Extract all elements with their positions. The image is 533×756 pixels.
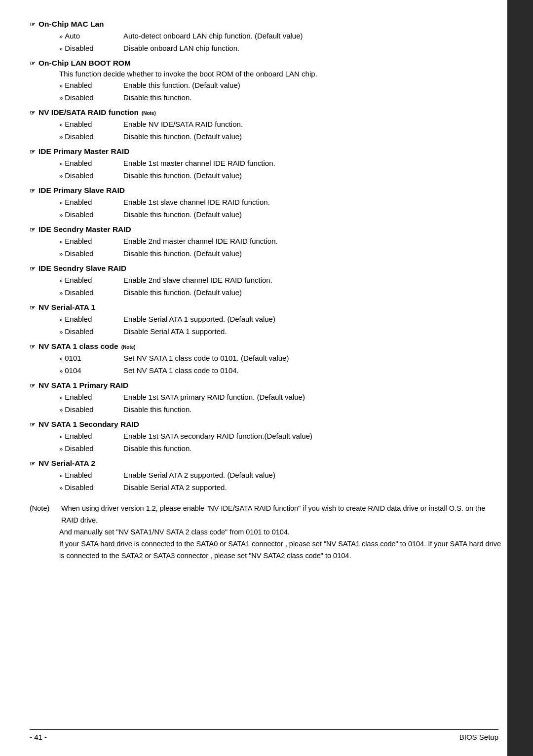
- options-list: »EnabledEnable 1st SATA secondary RAID f…: [59, 431, 474, 454]
- cursor-icon: ☞: [30, 460, 36, 467]
- option-desc: Disable this function.: [123, 443, 474, 454]
- option-row: »EnabledEnable 1st SATA primary RAID fun…: [59, 392, 474, 403]
- option-desc: Disable this function.: [123, 92, 474, 104]
- option-key: »Enabled: [59, 392, 123, 403]
- option-key: »Disabled: [59, 131, 123, 143]
- note-block: (Note)When using driver version 1.2, ple…: [30, 503, 503, 562]
- option-key-text: Enabled: [65, 158, 92, 169]
- option-key: »Enabled: [59, 119, 123, 130]
- options-list: »EnabledEnable 1st SATA primary RAID fun…: [59, 392, 474, 415]
- arrow-icon: »: [59, 81, 63, 91]
- section-title-on-chip-lan-boot-rom: ☞On-Chip LAN BOOT ROM: [30, 59, 474, 68]
- option-row: »DisabledDisable this function.: [59, 92, 474, 104]
- option-key: »Enabled: [59, 431, 123, 442]
- option-key-text: Disabled: [65, 170, 93, 182]
- option-key-text: Disabled: [65, 248, 93, 260]
- option-desc: Disable Serial ATA 2 supported.: [123, 482, 474, 493]
- cursor-icon: ☞: [30, 304, 36, 311]
- option-key-text: Disabled: [65, 482, 93, 493]
- arrow-icon: »: [59, 210, 63, 220]
- option-row: »DisabledDisable this function. (Default…: [59, 248, 474, 260]
- note-line-2: And manually set "NV SATA1/NV SATA 2 cla…: [59, 527, 503, 538]
- section-nv-sata-1-secondary-raid: ☞NV SATA 1 Secondary RAID»EnabledEnable …: [30, 420, 474, 454]
- arrow-icon: »: [59, 249, 63, 259]
- section-title-ide-primary-master-raid: ☞IDE Primary Master RAID: [30, 147, 474, 156]
- option-key-text: 0101: [65, 353, 81, 364]
- option-key: »Disabled: [59, 248, 123, 260]
- option-row: »EnabledEnable 1st SATA secondary RAID f…: [59, 431, 474, 442]
- option-row: »DisabledDisable Serial ATA 2 supported.: [59, 482, 474, 493]
- options-list: »EnabledEnable 1st slave channel IDE RAI…: [59, 197, 474, 220]
- section-heading: IDE Primary Slave RAID: [38, 186, 125, 195]
- option-desc: Set NV SATA 1 class code to 0104.: [123, 365, 474, 377]
- option-key: »Disabled: [59, 209, 123, 221]
- section-title-nv-ide-sata-raid: ☞NV IDE/SATA RAID function(Note): [30, 108, 474, 117]
- note-text-1: When using driver version 1.2, please en…: [61, 503, 503, 527]
- section-heading: NV SATA 1 Primary RAID: [38, 381, 128, 390]
- options-list: »EnabledEnable 1st master channel IDE RA…: [59, 158, 474, 181]
- option-desc: Disable onboard LAN chip function.: [123, 43, 474, 54]
- option-row: »DisabledDisable this function.: [59, 404, 474, 416]
- section-title-ide-primary-slave-raid: ☞IDE Primary Slave RAID: [30, 186, 474, 195]
- option-key: »0101: [59, 353, 123, 364]
- arrow-icon: »: [59, 354, 63, 364]
- option-key-text: Disabled: [65, 131, 93, 143]
- option-key: »Disabled: [59, 482, 123, 493]
- arrow-icon: »: [59, 483, 63, 493]
- arrow-icon: »: [59, 120, 63, 130]
- option-key: »0104: [59, 365, 123, 377]
- option-key-text: Disabled: [65, 43, 93, 54]
- section-heading: On-Chip MAC Lan: [38, 20, 104, 29]
- option-key: »Disabled: [59, 287, 123, 299]
- option-key: »Disabled: [59, 404, 123, 416]
- option-row: »0104Set NV SATA 1 class code to 0104.: [59, 365, 474, 377]
- option-row: »DisabledDisable this function. (Default…: [59, 287, 474, 299]
- option-desc: Set NV SATA 1 class code to 0101. (Defau…: [123, 353, 474, 364]
- section-intro: This function decide whether to invoke t…: [59, 70, 474, 78]
- arrow-icon: »: [59, 93, 63, 103]
- section-heading: IDE Secndry Slave RAID: [38, 264, 126, 273]
- option-desc: Enable NV IDE/SATA RAID function.: [123, 119, 474, 130]
- options-list: »0101Set NV SATA 1 class code to 0101. (…: [59, 353, 474, 376]
- option-key: »Enabled: [59, 275, 123, 286]
- options-list: »EnabledEnable NV IDE/SATA RAID function…: [59, 119, 474, 142]
- arrow-icon: »: [59, 132, 63, 142]
- option-key: »Enabled: [59, 158, 123, 169]
- arrow-icon: »: [59, 327, 63, 337]
- options-list: »AutoAuto-detect onboard LAN chip functi…: [59, 31, 474, 54]
- arrow-icon: »: [59, 366, 63, 376]
- option-row: »DisabledDisable this function. (Default…: [59, 170, 474, 182]
- section-title-on-chip-mac-lan: ☞On-Chip MAC Lan: [30, 20, 474, 29]
- arrow-icon: »: [59, 198, 63, 208]
- option-desc: Disable Serial ATA 1 supported.: [123, 326, 474, 338]
- option-row: »AutoAuto-detect onboard LAN chip functi…: [59, 31, 474, 42]
- section-nv-serial-ata-1: ☞NV Serial-ATA 1»EnabledEnable Serial AT…: [30, 303, 474, 337]
- option-desc: Disable this function. (Default value): [123, 131, 474, 143]
- option-key-text: Enabled: [65, 431, 92, 442]
- arrow-icon: »: [59, 393, 63, 403]
- options-list: »EnabledEnable Serial ATA 1 supported. (…: [59, 314, 474, 337]
- option-key-text: Enabled: [65, 236, 92, 247]
- option-row: »DisabledDisable this function. (Default…: [59, 209, 474, 221]
- section-title-ide-secndry-slave-raid: ☞IDE Secndry Slave RAID: [30, 264, 474, 273]
- sidebar-english: [507, 0, 533, 756]
- footer-page: - 41 -: [30, 733, 47, 741]
- option-row: »EnabledEnable NV IDE/SATA RAID function…: [59, 119, 474, 130]
- section-title-nv-serial-ata-1: ☞NV Serial-ATA 1: [30, 303, 474, 312]
- section-heading: On-Chip LAN BOOT ROM: [38, 59, 131, 68]
- section-heading: IDE Primary Master RAID: [38, 147, 129, 156]
- option-key-text: Disabled: [65, 326, 93, 338]
- arrow-icon: »: [59, 288, 63, 298]
- option-desc: Enable 2nd slave channel IDE RAID functi…: [123, 275, 474, 286]
- section-title-nv-serial-ata-2: ☞NV Serial-ATA 2: [30, 459, 474, 468]
- option-desc: Disable this function. (Default value): [123, 248, 474, 260]
- note-label: (Note): [30, 503, 59, 527]
- option-key-text: Enabled: [65, 80, 92, 91]
- option-key-text: Enabled: [65, 275, 92, 286]
- section-on-chip-lan-boot-rom: ☞On-Chip LAN BOOT ROMThis function decid…: [30, 59, 474, 103]
- option-desc: Disable this function. (Default value): [123, 287, 474, 299]
- option-key: »Enabled: [59, 80, 123, 91]
- section-heading: IDE Secndry Master RAID: [38, 225, 131, 234]
- cursor-icon: ☞: [30, 148, 36, 155]
- section-heading: NV Serial-ATA 1: [38, 303, 95, 312]
